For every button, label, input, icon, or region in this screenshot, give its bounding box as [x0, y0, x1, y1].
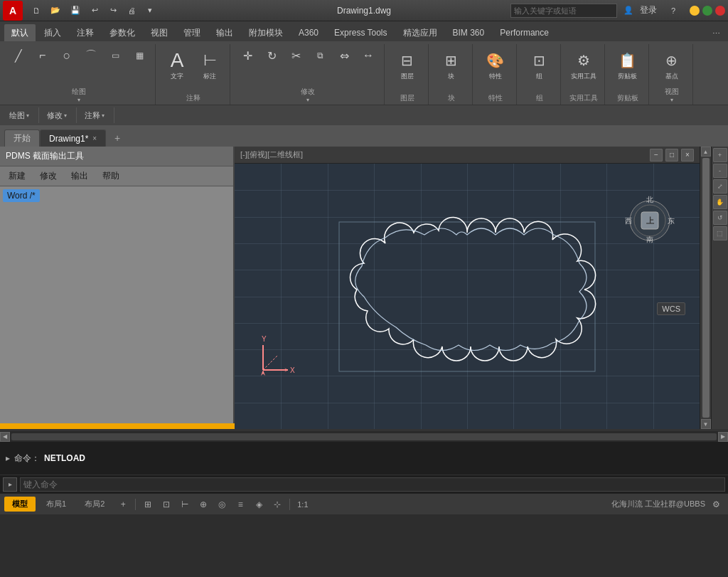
- rotate-btn[interactable]: ↻: [260, 46, 283, 65]
- modify-expand-icon[interactable]: ▾: [306, 97, 309, 103]
- rect-btn[interactable]: ▭: [104, 46, 127, 65]
- menu-tab-featured[interactable]: 精选应用: [396, 24, 444, 41]
- selection-toggle-btn[interactable]: ⊹: [269, 497, 285, 512]
- orbit-btn[interactable]: ↺: [713, 211, 727, 225]
- group-btn[interactable]: ⊡ 组: [524, 46, 555, 85]
- app-logo[interactable]: A: [3, 1, 23, 21]
- svg-text:上: 上: [646, 216, 655, 225]
- hatch-btn[interactable]: ▦: [128, 46, 151, 65]
- layer-btn[interactable]: ⊟ 图层: [392, 46, 423, 85]
- canvas-maximize-btn[interactable]: □: [665, 149, 678, 162]
- ribbon-search-btn[interactable]: ⋯: [708, 26, 724, 41]
- ortho-toggle-btn[interactable]: ⊢: [177, 497, 193, 512]
- dimension-btn[interactable]: ⊢ 标注: [194, 46, 225, 85]
- view-expand-icon[interactable]: ▾: [670, 97, 673, 103]
- pan-btn[interactable]: ✋: [713, 195, 727, 209]
- polar-toggle-btn[interactable]: ⊕: [196, 497, 211, 512]
- view-btn[interactable]: ⊕ 基点: [656, 46, 687, 85]
- annotate-sec-btn[interactable]: 注释 ▾: [80, 107, 109, 123]
- lineweight-toggle-btn[interactable]: ≡: [232, 497, 248, 512]
- settings-icon-btn[interactable]: ⚙: [708, 497, 724, 512]
- redo-btn[interactable]: ↪: [105, 3, 121, 18]
- menu-tab-output[interactable]: 输出: [209, 24, 240, 41]
- zoom-in-btn[interactable]: +: [713, 148, 727, 162]
- utilities-btn[interactable]: ⚙ 实用工具: [568, 46, 599, 85]
- h-scroll-thumb[interactable]: [11, 433, 717, 440]
- secondary-toolbar: 绘图 ▾ 修改 ▾ 注释 ▾: [0, 105, 728, 125]
- side-menu-modify[interactable]: 修改: [34, 169, 63, 184]
- minimize-btn[interactable]: [690, 6, 700, 16]
- undo-btn[interactable]: ↩: [87, 3, 102, 18]
- menu-tab-performance[interactable]: Performance: [493, 24, 556, 41]
- new-btn[interactable]: 🗋: [28, 3, 44, 18]
- menu-tab-a360[interactable]: A360: [291, 24, 326, 41]
- move-btn[interactable]: ✛: [236, 46, 259, 65]
- login-label[interactable]: 登录: [640, 4, 657, 16]
- viewport[interactable]: 北 南 东 西 上 WCS Y: [235, 164, 700, 429]
- side-menu-output[interactable]: 输出: [65, 169, 94, 184]
- scroll-up-btn[interactable]: ▲: [701, 147, 711, 157]
- more-access-btn[interactable]: ▾: [142, 3, 158, 18]
- text-btn[interactable]: A 文字: [161, 46, 193, 85]
- zoom-extent-btn[interactable]: ⤢: [713, 179, 727, 194]
- tab-add-btn[interactable]: +: [109, 129, 126, 147]
- user-icon[interactable]: 👤: [620, 3, 637, 18]
- print-btn[interactable]: 🖨: [124, 3, 139, 18]
- properties-btn[interactable]: 🎨 特性: [480, 46, 511, 85]
- trim-btn[interactable]: ✂: [284, 46, 307, 65]
- scroll-thumb[interactable]: [702, 158, 710, 418]
- view3d-btn[interactable]: ⬚: [713, 226, 727, 240]
- layout2-tab[interactable]: 布局2: [77, 497, 112, 512]
- open-btn[interactable]: 📂: [47, 3, 64, 18]
- menu-tab-default[interactable]: 默认: [4, 24, 36, 41]
- draw-expand-icon[interactable]: ▾: [77, 97, 80, 103]
- transparency-toggle-btn[interactable]: ◈: [251, 497, 267, 512]
- menu-tab-manage[interactable]: 管理: [176, 24, 208, 41]
- copy-btn[interactable]: ⧉: [309, 46, 331, 65]
- layout1-tab[interactable]: 布局1: [38, 497, 74, 512]
- draw-sec-btn[interactable]: 绘图 ▾: [4, 107, 34, 123]
- maximize-btn[interactable]: [702, 6, 712, 16]
- menu-tab-express[interactable]: Express Tools: [327, 24, 394, 41]
- canvas-close-btn[interactable]: ×: [681, 149, 694, 162]
- grid-toggle-btn[interactable]: ⊞: [140, 497, 156, 512]
- side-menu-new[interactable]: 新建: [3, 169, 31, 184]
- utilities-icon: ⚙: [574, 51, 594, 70]
- arc-icon: ⌒: [84, 48, 98, 63]
- osnap-toggle-btn[interactable]: ◎: [214, 497, 230, 512]
- arc-btn[interactable]: ⌒: [80, 46, 102, 65]
- block-btn[interactable]: ⊞ 块: [436, 46, 467, 85]
- scroll-right-btn[interactable]: ▶: [718, 432, 728, 442]
- clipboard-btn[interactable]: 📋 剪贴板: [612, 46, 643, 85]
- add-layout-btn[interactable]: +: [115, 497, 131, 512]
- save-btn[interactable]: 💾: [67, 3, 84, 18]
- tab-start[interactable]: 开始: [4, 129, 40, 147]
- menu-tab-bim360[interactable]: BIM 360: [446, 24, 492, 41]
- menu-tab-parametric[interactable]: 参数化: [102, 24, 142, 41]
- mirror-btn[interactable]: ⇔: [333, 46, 355, 65]
- close-btn[interactable]: [715, 6, 725, 16]
- side-item-word[interactable]: Word /*: [3, 189, 40, 202]
- line-btn[interactable]: ╱: [7, 46, 30, 65]
- canvas-minimize-btn[interactable]: −: [650, 149, 663, 162]
- model-tab[interactable]: 模型: [4, 497, 36, 512]
- tab-drawing[interactable]: Drawing1* ×: [40, 129, 106, 147]
- tab-row: 开始 Drawing1* × +: [0, 125, 728, 147]
- modify-sec-btn[interactable]: 修改 ▾: [42, 107, 72, 123]
- circle-btn[interactable]: ○: [55, 46, 78, 65]
- stretch-btn[interactable]: ↔: [357, 46, 380, 65]
- menu-tab-view[interactable]: 视图: [144, 24, 175, 41]
- cmd-input[interactable]: [20, 477, 725, 492]
- menu-tab-annotate[interactable]: 注释: [70, 24, 101, 41]
- snap-toggle-btn[interactable]: ⊡: [159, 497, 174, 512]
- help-btn[interactable]: ?: [665, 3, 681, 18]
- polyline-btn[interactable]: ⌐: [31, 46, 54, 65]
- menu-tab-addon[interactable]: 附加模块: [242, 24, 290, 41]
- side-menu-help[interactable]: 帮助: [97, 169, 125, 184]
- menu-tab-insert[interactable]: 插入: [37, 24, 68, 41]
- scroll-down-btn[interactable]: ▼: [701, 419, 711, 429]
- search-input[interactable]: [510, 4, 617, 18]
- scroll-left-btn[interactable]: ◀: [0, 432, 10, 442]
- zoom-out-btn[interactable]: -: [713, 164, 727, 178]
- drawing-tab-close[interactable]: ×: [92, 134, 97, 142]
